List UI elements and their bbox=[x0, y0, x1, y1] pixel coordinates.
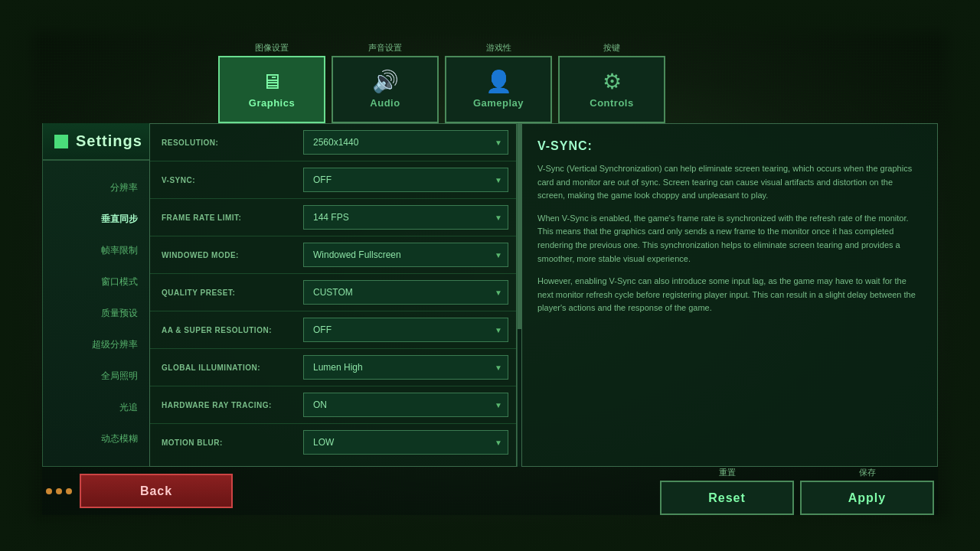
sidebar-item-raytracing[interactable]: 光追 bbox=[43, 392, 149, 423]
setting-label-motionblur: MOTION BLUR: bbox=[150, 431, 296, 455]
tab-graphics-btn[interactable]: 🖥 Graphics bbox=[218, 56, 325, 123]
tabs-area: 图像设置 🖥 Graphics 声音设置 🔊 Audio 游戏性 👤 Gamep… bbox=[42, 42, 938, 123]
vine-right-decoration bbox=[938, 0, 980, 551]
apply-button[interactable]: Apply bbox=[800, 481, 934, 515]
setting-row-windowed: WINDOWED MODE: Windowed Fullscreen Fulls… bbox=[150, 236, 516, 274]
setting-row-gi: GLOBAL ILLUMINATION: Lumen High Off Low … bbox=[150, 349, 516, 386]
bottom-left: Back bbox=[46, 474, 233, 508]
info-paragraph-2: When V-Sync is enabled, the game's frame… bbox=[537, 212, 922, 266]
settings-title-area: Settings bbox=[42, 123, 149, 160]
tab-controls-label: Controls bbox=[590, 97, 633, 109]
setting-value-rt: ON OFF ▼ bbox=[296, 386, 516, 423]
sidebar-item-windowed[interactable]: 窗口模式 bbox=[43, 266, 149, 298]
bottom-btn-labels: 重置 保存 bbox=[660, 467, 934, 478]
setting-value-aa: OFF TAA DLSS FSR ▼ bbox=[296, 311, 516, 348]
tab-gameplay-subtitle: 游戏性 bbox=[486, 42, 511, 54]
main-container: 图像设置 🖥 Graphics 声音设置 🔊 Audio 游戏性 👤 Gamep… bbox=[42, 42, 938, 509]
bottom-bar: Back 重置 保存 Reset Apply bbox=[42, 467, 938, 515]
sidebar-item-superres[interactable]: 超级分辨率 bbox=[43, 329, 149, 360]
tab-graphics[interactable]: 图像设置 🖥 Graphics bbox=[218, 42, 325, 123]
setting-row-framerate: FRAME RATE LIMIT: 144 FPS 30 FPS 60 FPS … bbox=[150, 199, 516, 236]
tab-controls-icon: ⚙ bbox=[603, 71, 622, 93]
setting-row-resolution: RESOLUTION: 2560x1440 1920x1080 3840x216… bbox=[150, 124, 516, 161]
setting-select-rt[interactable]: ON OFF bbox=[303, 393, 508, 417]
setting-select-vsync[interactable]: OFF ON bbox=[303, 168, 508, 192]
back-button[interactable]: Back bbox=[80, 474, 233, 508]
settings-title: Settings bbox=[76, 132, 142, 150]
tab-gameplay-icon: 👤 bbox=[485, 71, 512, 93]
tab-audio-subtitle: 声音设置 bbox=[368, 42, 402, 54]
setting-label-resolution: RESOLUTION: bbox=[150, 131, 296, 155]
setting-row-vsync: V-SYNC: OFF ON ▼ bbox=[150, 161, 516, 199]
dot-1 bbox=[46, 488, 52, 494]
setting-label-quality: QUALITY PRESET: bbox=[150, 281, 296, 305]
tab-audio-btn[interactable]: 🔊 Audio bbox=[332, 56, 439, 123]
setting-label-windowed: WINDOWED MODE: bbox=[150, 243, 296, 267]
content-row: Settings 分辨率 垂直同步 帧率限制 窗口模式 质量预设 超级分辨率 全… bbox=[42, 123, 938, 467]
setting-select-quality[interactable]: CUSTOM Low Medium High Ultra bbox=[303, 280, 508, 305]
bottom-buttons: Reset Apply bbox=[660, 481, 934, 515]
tab-controls[interactable]: 按键 ⚙ Controls bbox=[558, 42, 665, 123]
setting-row-rt: HARDWARE RAY TRACING: ON OFF ▼ bbox=[150, 386, 516, 424]
reset-label: 重置 bbox=[660, 467, 794, 478]
setting-value-vsync: OFF ON ▼ bbox=[296, 161, 516, 198]
tab-graphics-icon: 🖥 bbox=[261, 71, 283, 93]
tab-gameplay[interactable]: 游戏性 👤 Gameplay bbox=[445, 42, 552, 123]
info-panel: V-SYNC: V-Sync (Vertical Synchronization… bbox=[521, 123, 938, 467]
setting-label-vsync: V-SYNC: bbox=[150, 168, 296, 192]
sidebar-item-framerate[interactable]: 帧率限制 bbox=[43, 235, 149, 266]
dot-3 bbox=[66, 488, 72, 494]
sidebar-item-gi[interactable]: 全局照明 bbox=[43, 360, 149, 392]
dot-2 bbox=[56, 488, 62, 494]
sidebar: 分辨率 垂直同步 帧率限制 窗口模式 质量预设 超级分辨率 全局照明 光追 动态… bbox=[42, 160, 149, 467]
info-paragraph-3: However, enabling V-Sync can also introd… bbox=[537, 275, 922, 315]
sidebar-item-motionblur[interactable]: 动态模糊 bbox=[43, 423, 149, 455]
tab-controls-btn[interactable]: ⚙ Controls bbox=[558, 56, 665, 123]
setting-select-resolution[interactable]: 2560x1440 1920x1080 3840x2160 bbox=[303, 130, 508, 155]
sidebar-item-quality[interactable]: 质量预设 bbox=[43, 298, 149, 329]
left-panel: Settings 分辨率 垂直同步 帧率限制 窗口模式 质量预设 超级分辨率 全… bbox=[42, 123, 149, 467]
sidebar-item-resolution[interactable]: 分辨率 bbox=[43, 172, 149, 204]
setting-label-aa: AA & SUPER RESOLUTION: bbox=[150, 318, 296, 342]
setting-row-motionblur: MOTION BLUR: LOW OFF MEDIUM HIGH ▼ bbox=[150, 424, 516, 461]
settings-icon bbox=[54, 135, 68, 148]
bottom-right: 重置 保存 Reset Apply bbox=[660, 467, 934, 515]
setting-value-gi: Lumen High Off Low Medium High ▼ bbox=[296, 349, 516, 386]
vine-left-decoration bbox=[0, 0, 42, 551]
tab-graphics-subtitle: 图像设置 bbox=[255, 42, 289, 54]
setting-select-aa[interactable]: OFF TAA DLSS FSR bbox=[303, 318, 508, 342]
tab-graphics-label: Graphics bbox=[249, 97, 295, 109]
settings-panel: RESOLUTION: 2560x1440 1920x1080 3840x216… bbox=[149, 123, 517, 467]
setting-value-motionblur: LOW OFF MEDIUM HIGH ▼ bbox=[296, 424, 516, 461]
vine-top-decoration bbox=[0, 0, 980, 42]
setting-select-motionblur[interactable]: LOW OFF MEDIUM HIGH bbox=[303, 430, 508, 455]
setting-value-resolution: 2560x1440 1920x1080 3840x2160 ▼ bbox=[296, 124, 516, 161]
vine-bottom-decoration bbox=[0, 509, 980, 551]
setting-value-windowed: Windowed Fullscreen Fullscreen Windowed … bbox=[296, 236, 516, 273]
tab-controls-subtitle: 按键 bbox=[603, 42, 620, 54]
dots-indicator bbox=[46, 488, 72, 494]
tab-gameplay-label: Gameplay bbox=[473, 97, 524, 109]
apply-label: 保存 bbox=[800, 467, 934, 478]
setting-value-framerate: 144 FPS 30 FPS 60 FPS 120 FPS Unlimited … bbox=[296, 199, 516, 236]
scroll-thumb bbox=[518, 123, 521, 329]
tab-audio[interactable]: 声音设置 🔊 Audio bbox=[332, 42, 439, 123]
tab-audio-label: Audio bbox=[370, 97, 400, 109]
tab-audio-icon: 🔊 bbox=[372, 71, 399, 93]
setting-label-framerate: FRAME RATE LIMIT: bbox=[150, 206, 296, 230]
setting-label-rt: HARDWARE RAY TRACING: bbox=[150, 393, 296, 417]
setting-row-aa: AA & SUPER RESOLUTION: OFF TAA DLSS FSR … bbox=[150, 311, 516, 349]
scroll-indicator[interactable] bbox=[517, 123, 521, 467]
setting-row-quality: QUALITY PRESET: CUSTOM Low Medium High U… bbox=[150, 274, 516, 311]
sidebar-item-vsync[interactable]: 垂直同步 bbox=[43, 204, 149, 235]
info-title: V-SYNC: bbox=[537, 139, 922, 153]
info-paragraph-1: V-Sync (Vertical Synchronization) can he… bbox=[537, 162, 922, 203]
setting-select-windowed[interactable]: Windowed Fullscreen Fullscreen Windowed bbox=[303, 243, 508, 267]
setting-select-gi[interactable]: Lumen High Off Low Medium High bbox=[303, 355, 508, 380]
reset-button[interactable]: Reset bbox=[660, 481, 794, 515]
setting-label-gi: GLOBAL ILLUMINATION: bbox=[150, 356, 296, 380]
setting-select-framerate[interactable]: 144 FPS 30 FPS 60 FPS 120 FPS Unlimited bbox=[303, 205, 508, 230]
setting-value-quality: CUSTOM Low Medium High Ultra ▼ bbox=[296, 274, 516, 311]
tab-gameplay-btn[interactable]: 👤 Gameplay bbox=[445, 56, 552, 123]
